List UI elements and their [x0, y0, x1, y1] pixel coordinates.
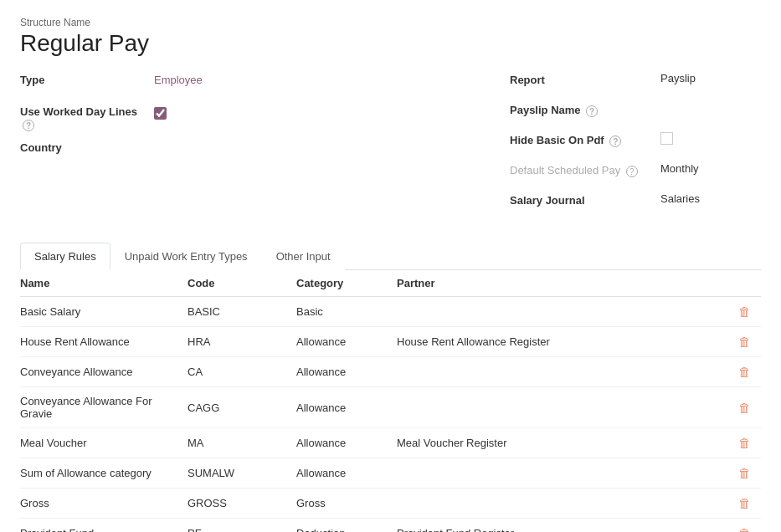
cell-category: Deduction — [296, 519, 397, 533]
cell-code: GROSS — [188, 489, 296, 519]
col-header-partner: Partner — [397, 270, 734, 297]
use-worked-day-lines-help-icon[interactable]: ? — [23, 120, 34, 131]
cell-name: Conveyance Allowance — [20, 357, 188, 387]
field-report: Report Payslip — [510, 72, 761, 92]
table-row: Meal Voucher MA Allowance Meal Voucher R… — [20, 428, 761, 458]
delete-icon[interactable]: 🗑 — [738, 304, 751, 319]
payslip-name-label: Payslip Name ? — [510, 102, 660, 117]
type-label: Type — [20, 72, 154, 86]
cell-delete: 🗑 — [734, 489, 761, 519]
default-scheduled-pay-value: Monthly — [660, 162, 761, 175]
cell-name: Provident Fund — [20, 519, 188, 533]
col-header-category: Category — [296, 270, 397, 297]
cell-partner — [397, 458, 734, 489]
table-row: House Rent Allowance HRA Allowance House… — [20, 327, 761, 357]
field-hide-basic-on-pdf: Hide Basic On Pdf ? — [510, 132, 761, 152]
payslip-name-help-icon[interactable]: ? — [586, 105, 598, 117]
use-worked-day-lines-label: Use Worked Day Lines ? — [20, 104, 154, 131]
page-title: Regular Pay — [20, 30, 761, 57]
cell-name[interactable]: House Rent Allowance — [20, 327, 188, 357]
cell-code: CA — [188, 357, 296, 387]
table-row: Sum of Allowance category SUMALW Allowan… — [20, 458, 761, 489]
hide-basic-on-pdf-checkbox[interactable] — [660, 132, 673, 145]
report-value: Payslip — [660, 72, 761, 84]
cell-partner: Provident Fund Register — [397, 519, 734, 533]
table-row: Gross GROSS Gross 🗑 — [20, 489, 761, 519]
table-row: Conveyance Allowance For Gravie CAGG All… — [20, 387, 761, 428]
delete-icon[interactable]: 🗑 — [738, 335, 751, 349]
cell-category: Allowance — [296, 327, 397, 357]
cell-code: HRA — [188, 327, 296, 357]
form-right: Report Payslip Payslip Name ? Hide Basic… — [476, 72, 761, 223]
cell-name: Conveyance Allowance For Gravie — [20, 387, 188, 428]
delete-icon[interactable]: 🗑 — [738, 401, 751, 415]
tabs-container: Salary Rules Unpaid Work Entry Types Oth… — [20, 243, 761, 270]
cell-delete: 🗑 — [734, 357, 761, 387]
field-default-scheduled-pay: Default Scheduled Pay ? Monthly — [510, 162, 761, 182]
tab-unpaid-work-entry-types[interactable]: Unpaid Work Entry Types — [110, 243, 262, 270]
table-row: Conveyance Allowance CA Allowance 🗑 — [20, 357, 761, 387]
hide-basic-on-pdf-value — [660, 132, 761, 147]
cell-delete: 🗑 — [734, 519, 761, 533]
cell-delete: 🗑 — [734, 327, 761, 357]
cell-category: Allowance — [296, 357, 397, 387]
cell-name: Basic Salary — [20, 297, 188, 327]
delete-icon[interactable]: 🗑 — [738, 496, 751, 510]
delete-icon[interactable]: 🗑 — [738, 436, 751, 450]
tabs-list: Salary Rules Unpaid Work Entry Types Oth… — [20, 243, 761, 269]
cell-name: Gross — [20, 489, 188, 519]
tab-salary-rules[interactable]: Salary Rules — [20, 243, 110, 270]
cell-category: Allowance — [296, 458, 397, 489]
tab-other-input[interactable]: Other Input — [262, 243, 345, 270]
delete-icon[interactable]: 🗑 — [738, 365, 751, 379]
report-label: Report — [510, 72, 660, 86]
cell-code[interactable]: PF — [188, 519, 296, 533]
cell-partner: House Rent Allowance Register — [397, 327, 734, 357]
cell-partner — [397, 489, 734, 519]
country-label: Country — [20, 140, 154, 154]
delete-icon[interactable]: 🗑 — [738, 526, 751, 532]
cell-name: Sum of Allowance category — [20, 458, 188, 489]
cell-code: BASIC — [188, 297, 296, 327]
cell-partner — [397, 357, 734, 387]
country-value — [154, 140, 476, 141]
field-type: Type Employee — [20, 72, 476, 95]
cell-partner: Meal Voucher Register — [397, 428, 734, 458]
cell-code: CAGG — [188, 387, 296, 428]
cell-category: Allowance — [296, 387, 397, 428]
field-payslip-name: Payslip Name ? — [510, 102, 761, 122]
field-country: Country — [20, 140, 476, 163]
field-use-worked-day-lines: Use Worked Day Lines ? — [20, 104, 476, 131]
form-left: Type Employee Use Worked Day Lines ? Cou… — [20, 72, 476, 223]
col-header-code: Code — [188, 270, 296, 297]
type-value[interactable]: Employee — [154, 72, 476, 86]
delete-icon[interactable]: 🗑 — [738, 466, 751, 480]
default-scheduled-pay-label: Default Scheduled Pay ? — [510, 162, 660, 177]
cell-delete: 🗑 — [734, 387, 761, 428]
salary-journal-label: Salary Journal — [510, 192, 660, 207]
cell-partner — [397, 387, 734, 428]
salary-rules-table: Name Code Category Partner Basic Salary … — [20, 270, 761, 532]
cell-code: SUMALW — [188, 458, 296, 489]
cell-delete: 🗑 — [734, 458, 761, 489]
table-row: Basic Salary BASIC Basic 🗑 — [20, 297, 761, 327]
field-salary-journal: Salary Journal Salaries — [510, 192, 761, 212]
cell-name: Meal Voucher — [20, 428, 188, 458]
cell-code[interactable]: MA — [188, 428, 296, 458]
hide-basic-on-pdf-help-icon[interactable]: ? — [609, 136, 621, 147]
table-header-row: Name Code Category Partner — [20, 270, 761, 297]
cell-delete: 🗑 — [734, 428, 761, 458]
col-header-actions — [734, 270, 761, 297]
structure-name-label: Structure Name — [20, 17, 761, 28]
use-worked-day-lines-checkbox[interactable] — [154, 107, 167, 120]
table-row: Provident Fund PF Deduction Provident Fu… — [20, 519, 761, 533]
cell-category: Allowance — [296, 428, 397, 458]
cell-delete: 🗑 — [734, 297, 761, 327]
cell-category: Basic — [296, 297, 397, 327]
use-worked-day-lines-checkbox-wrap — [154, 104, 167, 122]
cell-partner — [397, 297, 734, 327]
default-scheduled-pay-help-icon[interactable]: ? — [626, 166, 638, 177]
cell-category: Gross — [296, 489, 397, 519]
col-header-name: Name — [20, 270, 188, 297]
salary-journal-value: Salaries — [660, 192, 761, 205]
